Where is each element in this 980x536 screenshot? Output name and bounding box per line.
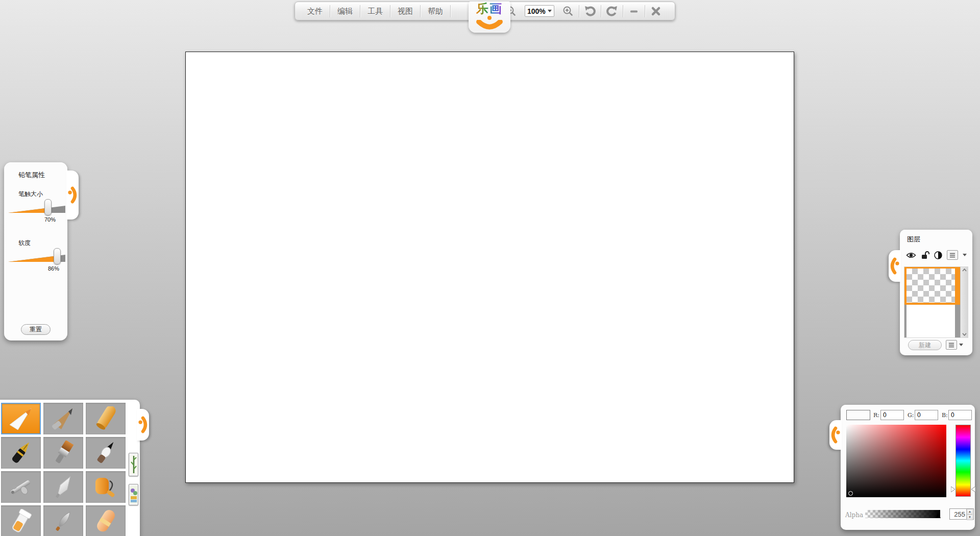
app-logo-tab[interactable]: 乐画 bbox=[469, 2, 510, 33]
tool-flat-brush[interactable] bbox=[43, 437, 83, 469]
new-layer-button[interactable]: 新建 bbox=[908, 340, 942, 350]
separator bbox=[450, 5, 451, 17]
layer-lock-icon[interactable] bbox=[921, 251, 929, 259]
layer-item-1-selected[interactable] bbox=[904, 267, 961, 305]
tool-ink-brush[interactable] bbox=[86, 437, 126, 469]
ear-handle-icon bbox=[831, 424, 840, 446]
minimize-button[interactable] bbox=[623, 4, 645, 19]
tool-smudge[interactable] bbox=[43, 505, 83, 536]
softness-slider[interactable] bbox=[8, 248, 65, 265]
alpha-label: Alpha bbox=[845, 511, 863, 519]
red-label: R: bbox=[873, 412, 879, 419]
layer-item-2[interactable] bbox=[904, 305, 961, 338]
tool-crayon[interactable] bbox=[86, 403, 126, 434]
tool-paint-jar[interactable] bbox=[1, 505, 41, 536]
layer-list-scrollbar[interactable] bbox=[960, 267, 968, 337]
hue-bar[interactable] bbox=[955, 425, 971, 497]
green-input[interactable] bbox=[915, 410, 938, 420]
panel-drag-handle[interactable] bbox=[66, 170, 79, 220]
layer-options-button[interactable] bbox=[946, 340, 963, 350]
layer-opacity-icon[interactable] bbox=[934, 251, 942, 259]
tool-paper-stump[interactable] bbox=[1, 403, 41, 434]
undo-button[interactable] bbox=[579, 4, 601, 19]
scroll-down-icon[interactable] bbox=[962, 333, 967, 336]
ear-handle-icon bbox=[890, 255, 899, 277]
alpha-spinner: ▲ ▼ bbox=[949, 508, 974, 520]
minimize-icon bbox=[629, 6, 639, 16]
panel-title: 铅笔属性 bbox=[18, 170, 45, 180]
ear-handle-icon bbox=[138, 413, 148, 436]
layers-drag-handle[interactable] bbox=[889, 250, 901, 282]
menu-list-icon bbox=[949, 252, 956, 258]
pencil-properties-panel: 铅笔属性 笔触大小 70% 软度 86% 重置 bbox=[4, 162, 67, 340]
color-sample-icon bbox=[130, 486, 137, 503]
layer-visibility-icon[interactable] bbox=[906, 252, 916, 259]
menu-list-box bbox=[946, 340, 957, 350]
redo-button[interactable] bbox=[601, 4, 623, 19]
palette-drag-handle[interactable] bbox=[137, 409, 149, 441]
blue-input[interactable] bbox=[948, 410, 972, 420]
alpha-value-input[interactable] bbox=[950, 509, 966, 519]
undo-icon bbox=[584, 6, 596, 17]
palette-knife-icon bbox=[49, 475, 78, 499]
current-color-swatch[interactable] bbox=[846, 410, 870, 420]
layer-menu-button[interactable] bbox=[947, 250, 958, 260]
tool-fountain-pen[interactable] bbox=[1, 437, 41, 469]
tool-pencil[interactable] bbox=[43, 403, 83, 434]
brush-size-slider[interactable] bbox=[8, 199, 65, 216]
tool-eraser[interactable] bbox=[86, 505, 126, 536]
eraser-icon bbox=[91, 509, 120, 533]
tool-paint-roller[interactable] bbox=[86, 471, 126, 503]
menu-help[interactable]: 帮助 bbox=[421, 4, 450, 18]
fountain-pen-icon bbox=[7, 441, 35, 465]
red-input[interactable] bbox=[880, 410, 904, 420]
chevron-down-icon bbox=[959, 344, 963, 346]
airbrush-icon bbox=[7, 475, 35, 499]
scroll-up-icon[interactable] bbox=[962, 269, 967, 272]
color-sample-button[interactable] bbox=[129, 484, 138, 505]
softness-slider-handle[interactable] bbox=[54, 248, 61, 264]
alpha-slider[interactable] bbox=[865, 510, 940, 518]
zoom-in-button[interactable] bbox=[557, 4, 579, 19]
brush-palette-panel bbox=[0, 400, 140, 536]
brush-size-label: 笔触大小 bbox=[18, 190, 43, 199]
paint-jar-icon bbox=[7, 509, 35, 533]
bamboo-sample-icon bbox=[130, 455, 137, 474]
saturation-value-field[interactable] bbox=[846, 425, 946, 497]
hue-marker-left[interactable] bbox=[951, 486, 955, 492]
tool-airbrush[interactable] bbox=[1, 471, 41, 503]
menu-file[interactable]: 文件 bbox=[300, 4, 330, 18]
layers-panel-title: 图层 bbox=[907, 235, 920, 244]
zoom-level-value: 100% bbox=[527, 7, 546, 15]
brush-grid bbox=[1, 403, 128, 536]
alpha-marker[interactable] bbox=[936, 513, 941, 518]
brush-size-slider-handle[interactable] bbox=[44, 199, 52, 215]
chevron-down-icon[interactable] bbox=[963, 254, 967, 256]
bamboo-sample-button[interactable] bbox=[129, 453, 138, 476]
reset-button[interactable]: 重置 bbox=[21, 324, 51, 335]
green-label: G: bbox=[908, 412, 914, 419]
redo-icon bbox=[606, 6, 618, 17]
alpha-increment-button[interactable]: ▲ bbox=[967, 509, 973, 515]
tool-palette-knife[interactable] bbox=[43, 471, 83, 503]
crayon-icon bbox=[91, 406, 120, 431]
sv-cursor[interactable] bbox=[848, 491, 853, 496]
pencil-icon bbox=[49, 406, 78, 431]
softness-value: 86% bbox=[43, 265, 64, 272]
layers-panel: 图层 新建 bbox=[900, 230, 972, 355]
menu-edit[interactable]: 编辑 bbox=[330, 4, 360, 18]
app-logo-text: 乐画 bbox=[469, 2, 510, 16]
color-drag-handle[interactable] bbox=[829, 420, 842, 450]
menu-list-icon bbox=[948, 342, 955, 348]
menu-view[interactable]: 视图 bbox=[390, 4, 420, 18]
ear-handle-icon bbox=[68, 184, 77, 206]
drawing-canvas[interactable] bbox=[185, 52, 794, 483]
brush-size-value: 70% bbox=[40, 216, 60, 223]
alpha-decrement-button[interactable]: ▼ bbox=[967, 515, 973, 520]
hue-marker-right[interactable] bbox=[971, 486, 975, 492]
menu-tools[interactable]: 工具 bbox=[360, 4, 390, 18]
close-button[interactable] bbox=[645, 4, 667, 19]
zoom-level-dropdown[interactable]: 100% bbox=[525, 5, 554, 17]
smudge-tool-icon bbox=[49, 509, 78, 533]
logo-smile-icon bbox=[474, 20, 505, 30]
